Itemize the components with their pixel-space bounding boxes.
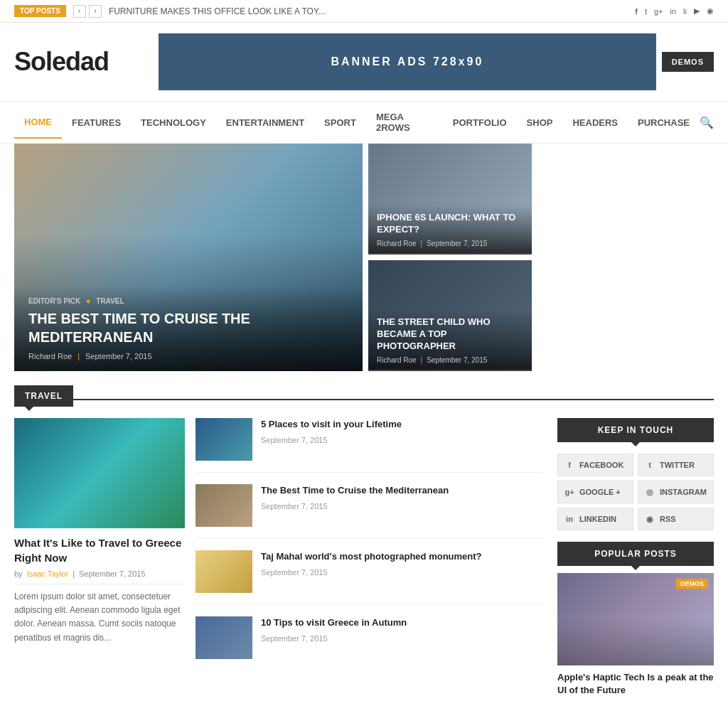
hero-side-item-1[interactable]: IPHONE 6S LAUNCH: WHAT TO EXPECT? Richar… bbox=[368, 144, 532, 255]
site-logo[interactable]: Soledad bbox=[14, 47, 109, 76]
travel-main-title[interactable]: What It's Like to Travel to Greece Right… bbox=[14, 535, 185, 565]
nav-headers[interactable]: HEADERS bbox=[562, 107, 628, 138]
list-date-4: September 7, 2015 bbox=[261, 634, 328, 643]
twitter-button[interactable]: t TWITTER bbox=[638, 454, 714, 476]
ig-icon: ◎ bbox=[644, 486, 655, 498]
list-title-1[interactable]: 5 Places to visit in your Lifetime bbox=[261, 418, 402, 431]
list-info-4: 10 Tips to visit Greece in Autumn Septem… bbox=[261, 616, 407, 659]
list-date-2: September 7, 2015 bbox=[261, 502, 328, 510]
hero-tag-travel: TRAVEL bbox=[96, 297, 124, 305]
list-date-3: September 7, 2015 bbox=[261, 568, 328, 577]
popular-post-title: Apple's Haptic Tech Is a peak at the UI … bbox=[557, 671, 714, 697]
top-headline: FURNITURE MAKES THIS OFFICE LOOK LIKE A … bbox=[109, 6, 635, 16]
top-bar: TOP POSTS ‹ › FURNITURE MAKES THIS OFFIC… bbox=[0, 0, 728, 23]
hero-side-2-sep: | bbox=[421, 356, 423, 364]
hero-tag-dot: ◆ bbox=[86, 298, 90, 304]
hero-main-meta: Richard Roe | September 7, 2015 bbox=[28, 352, 348, 360]
list-thumb-2[interactable] bbox=[196, 484, 252, 527]
hero-side-1-meta: Richard Roe | September 7, 2015 bbox=[377, 240, 523, 247]
top-nav-arrows: ‹ › bbox=[73, 5, 102, 18]
list-info-3: Taj Mahal world's most photographed monu… bbox=[261, 550, 482, 593]
main-nav: HOME FEATURES TECHNOLOGY ENTERTAINMENT S… bbox=[0, 101, 728, 144]
travel-grid: What It's Like to Travel to Greece Right… bbox=[14, 418, 543, 682]
hero-side-1-overlay: IPHONE 6S LAUNCH: WHAT TO EXPECT? Richar… bbox=[368, 205, 532, 255]
next-arrow[interactable]: › bbox=[89, 5, 102, 18]
demos-button[interactable]: DEMOS bbox=[662, 52, 714, 72]
nav-features[interactable]: FEATURES bbox=[62, 107, 131, 138]
hero-side-1-date: September 7, 2015 bbox=[427, 240, 487, 247]
list-item: 10 Tips to visit Greece in Autumn Septem… bbox=[196, 616, 543, 670]
popular-post-item[interactable]: DEMOS Apple's Haptic Tech Is a peak at t… bbox=[557, 573, 714, 697]
travel-section-header: TRAVEL bbox=[14, 385, 714, 407]
nav-purchase[interactable]: PURCHASE bbox=[628, 107, 700, 138]
hero-date: September 7, 2015 bbox=[85, 352, 152, 360]
sidebar: KEEP IN TOUCH f FACEBOOK t TWITTER g+ GO bbox=[557, 418, 714, 697]
travel-main-author[interactable]: Isaac Taylor bbox=[27, 569, 69, 578]
popular-posts-header: POPULAR POSTS bbox=[557, 542, 714, 566]
prev-arrow[interactable]: ‹ bbox=[73, 5, 86, 18]
list-thumb-4[interactable] bbox=[196, 616, 252, 659]
list-title-3[interactable]: Taj Mahal world's most photographed monu… bbox=[261, 550, 482, 563]
travel-main-excerpt: Lorem ipsum dolor sit amet, consectetuer… bbox=[14, 590, 185, 645]
googleplus-icon[interactable]: g+ bbox=[654, 7, 663, 16]
popular-post-image: DEMOS bbox=[557, 573, 714, 665]
travel-section: TRAVEL What It's Like to Travel to Greec… bbox=[0, 385, 728, 701]
facebook-button[interactable]: f FACEBOOK bbox=[557, 454, 633, 476]
nav-entertainment[interactable]: ENTERTAINMENT bbox=[216, 107, 314, 138]
instagram-icon[interactable]: in bbox=[670, 7, 677, 16]
site-header: Soledad BANNER ADS 728x90 DEMOS bbox=[0, 23, 728, 101]
travel-articles: What It's Like to Travel to Greece Right… bbox=[14, 418, 543, 697]
byline-sep: | bbox=[73, 569, 75, 578]
hero-side-1-title: IPHONE 6S LAUNCH: WHAT TO EXPECT? bbox=[377, 212, 523, 236]
list-info-1: 5 Places to visit in your Lifetime Septe… bbox=[261, 418, 402, 461]
youtube-icon[interactable]: ▶ bbox=[694, 6, 700, 16]
linkedin-icon[interactable]: li bbox=[683, 7, 687, 16]
top-social-icons: f t g+ in li ▶ ◉ bbox=[635, 6, 714, 16]
facebook-icon[interactable]: f bbox=[635, 7, 638, 16]
by-label: by bbox=[14, 569, 23, 578]
list-info-2: The Best Time to Cruise the Mediterranea… bbox=[261, 484, 449, 527]
nav-sport[interactable]: SPORT bbox=[314, 107, 366, 138]
nav-portfolio[interactable]: PORTFOLIO bbox=[443, 107, 517, 138]
hero-side-item-2[interactable]: THE STREET CHILD WHO BECAME A TOP PHOTOG… bbox=[368, 260, 532, 371]
hero-main[interactable]: EDITOR'S PICK ◆ TRAVEL THE BEST TIME TO … bbox=[14, 144, 363, 371]
banner-ad: BANNER ADS 728x90 bbox=[331, 55, 483, 68]
hero-side-2-date: September 7, 2015 bbox=[427, 356, 487, 364]
hero-side-2-author: Richard Roe bbox=[377, 356, 417, 364]
nav-shop[interactable]: SHOP bbox=[517, 107, 563, 138]
hero-overlay: EDITOR'S PICK ◆ TRAVEL THE BEST TIME TO … bbox=[14, 287, 363, 371]
travel-main-date: September 7, 2015 bbox=[79, 569, 146, 578]
hero-meta-sep: | bbox=[77, 352, 80, 360]
popular-post-badge: DEMOS bbox=[676, 579, 708, 589]
googleplus-button[interactable]: g+ GOOGLE + bbox=[557, 481, 633, 503]
tw-icon: t bbox=[644, 459, 655, 471]
list-item: 5 Places to visit in your Lifetime Septe… bbox=[196, 418, 543, 473]
list-date-1: September 7, 2015 bbox=[261, 436, 328, 444]
googleplus-label: GOOGLE + bbox=[579, 488, 621, 496]
list-thumb-3[interactable] bbox=[196, 550, 252, 593]
hero-tag-editors-pick: EDITOR'S PICK bbox=[28, 297, 80, 305]
facebook-label: FACEBOOK bbox=[579, 461, 623, 469]
keep-in-touch-header: KEEP IN TOUCH bbox=[557, 418, 714, 442]
hero-side-1-sep: | bbox=[421, 240, 423, 247]
hero-author: Richard Roe bbox=[28, 352, 72, 360]
list-thumb-1[interactable] bbox=[196, 418, 252, 461]
hero-side-1-author: Richard Roe bbox=[377, 240, 417, 247]
twitter-icon[interactable]: t bbox=[645, 7, 647, 16]
list-title-4[interactable]: 10 Tips to visit Greece in Autumn bbox=[261, 616, 407, 629]
article-divider bbox=[14, 584, 185, 584]
linkedin-button[interactable]: in LINKEDIN bbox=[557, 508, 633, 530]
rss-icon[interactable]: ◉ bbox=[707, 6, 714, 16]
rss-button[interactable]: ◉ RSS bbox=[638, 508, 714, 530]
twitter-label: TWITTER bbox=[660, 461, 695, 469]
list-title-2[interactable]: The Best Time to Cruise the Mediterranea… bbox=[261, 484, 449, 497]
hero-side: IPHONE 6S LAUNCH: WHAT TO EXPECT? Richar… bbox=[368, 144, 532, 371]
nav-home[interactable]: HOME bbox=[14, 107, 62, 139]
nav-technology[interactable]: TECHNOLOGY bbox=[131, 107, 216, 138]
travel-main-image[interactable] bbox=[14, 418, 185, 528]
social-grid: f FACEBOOK t TWITTER g+ GOOGLE + ◎ bbox=[557, 449, 714, 530]
rss-label: RSS bbox=[660, 515, 676, 523]
search-icon[interactable]: 🔍 bbox=[700, 116, 714, 129]
nav-mega2rows[interactable]: MEGA 2ROWS bbox=[366, 102, 443, 143]
instagram-button[interactable]: ◎ INSTAGRAM bbox=[638, 481, 714, 503]
